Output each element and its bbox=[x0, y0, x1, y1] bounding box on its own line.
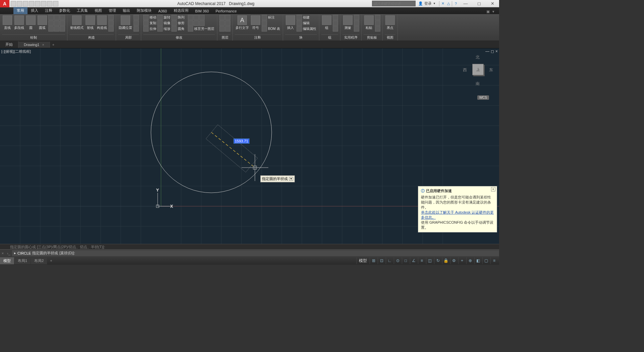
mod-s5[interactable] bbox=[194, 20, 199, 26]
mod-s2[interactable] bbox=[194, 15, 199, 20]
ribbon-tab-parametric[interactable]: 参数化 bbox=[56, 7, 73, 14]
viewport-label[interactable]: [-][俯视][二维线框] bbox=[1, 49, 31, 54]
status-cycling-icon[interactable]: ↻ bbox=[434, 257, 441, 264]
status-annomon-icon[interactable]: + bbox=[458, 257, 466, 264]
mtext-button[interactable]: A多行文字 bbox=[235, 15, 250, 31]
panel-layers2-label[interactable]: 图层 bbox=[219, 34, 230, 41]
add-layout-button[interactable]: + bbox=[47, 259, 55, 263]
insert-button[interactable]: 插入 bbox=[285, 15, 296, 31]
ribbon-tab-manage[interactable]: 管理 bbox=[105, 7, 119, 14]
ribbon-tab-output[interactable]: 输出 bbox=[119, 7, 133, 14]
blk-create-icon[interactable] bbox=[297, 15, 302, 20]
base-button[interactable]: 基点 bbox=[385, 15, 395, 31]
mod-s6[interactable] bbox=[199, 20, 205, 26]
status-isolate-icon[interactable]: ◧ bbox=[474, 257, 482, 264]
ribbon-tab-home[interactable]: 常用 bbox=[13, 7, 28, 14]
status-snap-icon[interactable]: ⊡ bbox=[378, 257, 385, 264]
status-grid-icon[interactable]: ⊞ bbox=[370, 257, 377, 264]
file-tab-start[interactable]: 开始 bbox=[0, 41, 18, 48]
status-annoscale-icon[interactable]: 🔒 bbox=[442, 257, 449, 264]
layout-tab-model[interactable]: 模型 bbox=[0, 257, 14, 264]
ribbon-tab-bim360[interactable]: BIM 360 bbox=[192, 8, 212, 14]
copy-icon[interactable] bbox=[143, 20, 149, 26]
line-button[interactable]: 直线 bbox=[2, 15, 13, 31]
wcs-badge[interactable]: WCS bbox=[477, 95, 489, 100]
panel-menu-icon[interactable]: ▣ bbox=[486, 9, 491, 14]
lay-small-2[interactable] bbox=[133, 20, 139, 26]
con-small-3[interactable] bbox=[108, 26, 114, 32]
command-input[interactable]: ▸ CIRCLE 指定圆的半径或 [直径(D)]: bbox=[12, 250, 499, 256]
ribbon-tab-insert[interactable]: 插入 bbox=[28, 7, 42, 14]
ribbon-tab-a360[interactable]: A360 bbox=[155, 8, 170, 14]
clip-s1[interactable] bbox=[375, 15, 380, 20]
ray-mode-button[interactable]: 射线模式 bbox=[69, 15, 84, 31]
panel-draw-label[interactable]: 绘制 bbox=[2, 34, 65, 41]
ribbon-tab-featured[interactable]: 精选应用 bbox=[170, 7, 192, 14]
fillet-icon[interactable] bbox=[171, 26, 177, 32]
scale-icon[interactable] bbox=[157, 26, 163, 32]
draw-small-6[interactable] bbox=[60, 20, 65, 26]
panel-view-label[interactable]: 视图 bbox=[385, 34, 395, 41]
mod-s1[interactable] bbox=[188, 15, 193, 20]
view-cube[interactable]: 北 西 东 南 上 bbox=[463, 54, 493, 91]
draw-small-9[interactable] bbox=[60, 26, 65, 32]
help-icon[interactable]: ? bbox=[453, 2, 459, 6]
ribbon-tab-tools[interactable]: 工具集 bbox=[73, 7, 91, 14]
draw-small-3[interactable] bbox=[60, 15, 65, 20]
qat-undo-icon[interactable] bbox=[41, 1, 46, 6]
notif-link[interactable]: 单击此处以了解关于 Autodesk 认证硬件的更多信息。 bbox=[421, 210, 494, 219]
move-icon[interactable] bbox=[143, 15, 149, 20]
cmdline-close-icon[interactable]: × bbox=[0, 251, 5, 255]
blk-edit-icon[interactable] bbox=[297, 20, 302, 26]
array-icon[interactable] bbox=[171, 15, 177, 20]
panel-collapse-icon[interactable]: ▾ bbox=[492, 9, 497, 14]
util-s3[interactable] bbox=[354, 26, 359, 32]
util-s1[interactable] bbox=[354, 15, 359, 20]
status-otrack-icon[interactable]: ∠ bbox=[410, 257, 417, 264]
command-line[interactable]: × ›_ ▸ CIRCLE 指定圆的半径或 [直径(D)]: bbox=[0, 249, 499, 257]
panel-layer-label[interactable]: 局部 bbox=[118, 34, 139, 41]
qat-saveas-icon[interactable] bbox=[29, 1, 34, 6]
stretch-icon[interactable] bbox=[143, 26, 149, 32]
draw-small-7[interactable] bbox=[48, 26, 54, 32]
panel-annotation-label[interactable]: 注释 bbox=[235, 34, 281, 41]
status-custom-icon[interactable]: ≡ bbox=[490, 257, 498, 264]
clip-s3[interactable] bbox=[375, 26, 380, 32]
util-s2[interactable] bbox=[354, 20, 359, 26]
polyline-button[interactable]: 多段线 bbox=[13, 15, 25, 31]
measure-button[interactable]: 测量 bbox=[342, 15, 353, 31]
drawing-canvas[interactable]: [-][俯视][二维线框] — ◻ × X Y bbox=[0, 48, 499, 244]
new-tab-button[interactable]: + bbox=[50, 43, 57, 47]
lay-small-3[interactable] bbox=[133, 26, 139, 32]
bom-icon[interactable] bbox=[262, 26, 267, 32]
maximize-button[interactable]: ◻ bbox=[472, 0, 486, 7]
paste-button[interactable]: 粘贴 bbox=[364, 15, 374, 31]
mod-s7[interactable] bbox=[188, 26, 193, 32]
panel-utilities-label[interactable]: 实用程序 bbox=[342, 34, 359, 41]
mod-s3[interactable] bbox=[199, 15, 205, 20]
dim-icon[interactable] bbox=[262, 15, 267, 20]
draw-small-2[interactable] bbox=[54, 15, 59, 20]
status-model-toggle[interactable]: 模型 bbox=[357, 257, 369, 264]
qat-more-icon[interactable] bbox=[53, 1, 58, 6]
qat-redo-icon[interactable] bbox=[47, 1, 52, 6]
con-small-1[interactable] bbox=[108, 15, 114, 20]
exchange-icon[interactable]: ✕ bbox=[440, 1, 446, 6]
lay2-4[interactable] bbox=[225, 20, 230, 26]
draw-small-5[interactable] bbox=[54, 20, 59, 26]
status-clean-icon[interactable]: ▢ bbox=[482, 257, 490, 264]
arc-button[interactable]: 圆弧 bbox=[37, 15, 48, 31]
lay2-2[interactable] bbox=[225, 15, 230, 20]
notification-close-button[interactable]: × bbox=[491, 187, 495, 191]
qat-save-icon[interactable] bbox=[23, 1, 28, 6]
dynamic-dimension-input[interactable]: 1593.71 bbox=[233, 138, 250, 144]
draw-small-1[interactable] bbox=[48, 15, 54, 20]
con-small-2[interactable] bbox=[108, 20, 114, 26]
status-polar-icon[interactable]: ⊙ bbox=[394, 257, 401, 264]
ucs-icon[interactable]: X Y bbox=[156, 188, 173, 208]
app-logo[interactable]: A bbox=[0, 0, 9, 7]
panel-group-label[interactable]: 组 bbox=[321, 34, 338, 41]
trim-icon[interactable] bbox=[171, 20, 177, 26]
qat-open-icon[interactable] bbox=[17, 1, 22, 6]
ribbon-tab-view[interactable]: 视图 bbox=[91, 7, 105, 14]
